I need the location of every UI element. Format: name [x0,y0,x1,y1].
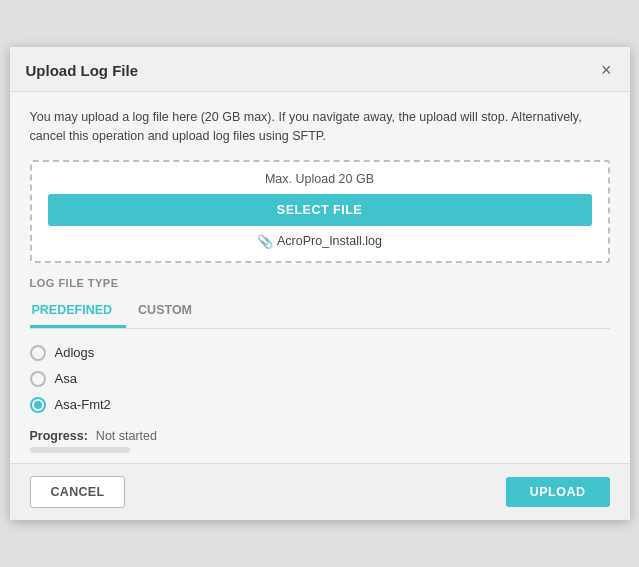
option-adlogs-label: Adlogs [55,345,95,360]
progress-section: Progress: Not started [30,429,610,443]
upload-button[interactable]: UPLOAD [506,477,610,507]
tab-custom[interactable]: CUSTOM [136,297,206,328]
selected-file-name: AcroPro_Install.log [277,234,382,248]
select-file-button[interactable]: SELECT FILE [48,194,592,226]
option-asa-fmt2-label: Asa-Fmt2 [55,397,111,412]
cancel-button[interactable]: CANCEL [30,476,126,508]
log-type-options: Adlogs Asa Asa-Fmt2 [30,345,610,413]
log-file-type-label: LOG FILE TYPE [30,277,610,289]
option-asa[interactable]: Asa [30,371,610,387]
modal-title: Upload Log File [26,62,139,79]
modal-body: You may upload a log file here (20 GB ma… [10,92,630,463]
progress-label: Progress: [30,429,88,443]
option-asa-label: Asa [55,371,77,386]
progress-bar-wrapper [30,447,130,453]
selected-file-display: 📎 AcroPro_Install.log [48,234,592,249]
close-button[interactable]: × [599,61,614,79]
radio-asa-fmt2[interactable] [30,397,46,413]
upload-log-file-modal: Upload Log File × You may upload a log f… [10,47,630,520]
progress-status: Not started [96,429,157,443]
max-upload-label: Max. Upload 20 GB [48,172,592,186]
option-asa-fmt2[interactable]: Asa-Fmt2 [30,397,610,413]
upload-area: Max. Upload 20 GB SELECT FILE 📎 AcroPro_… [30,160,610,263]
modal-footer: CANCEL UPLOAD [10,463,630,520]
tab-predefined[interactable]: PREDEFINED [30,297,127,328]
description-text: You may upload a log file here (20 GB ma… [30,108,610,146]
modal-header: Upload Log File × [10,47,630,92]
option-adlogs[interactable]: Adlogs [30,345,610,361]
log-type-tabs: PREDEFINED CUSTOM [30,297,610,329]
radio-asa[interactable] [30,371,46,387]
radio-adlogs[interactable] [30,345,46,361]
paperclip-icon: 📎 [257,234,273,249]
